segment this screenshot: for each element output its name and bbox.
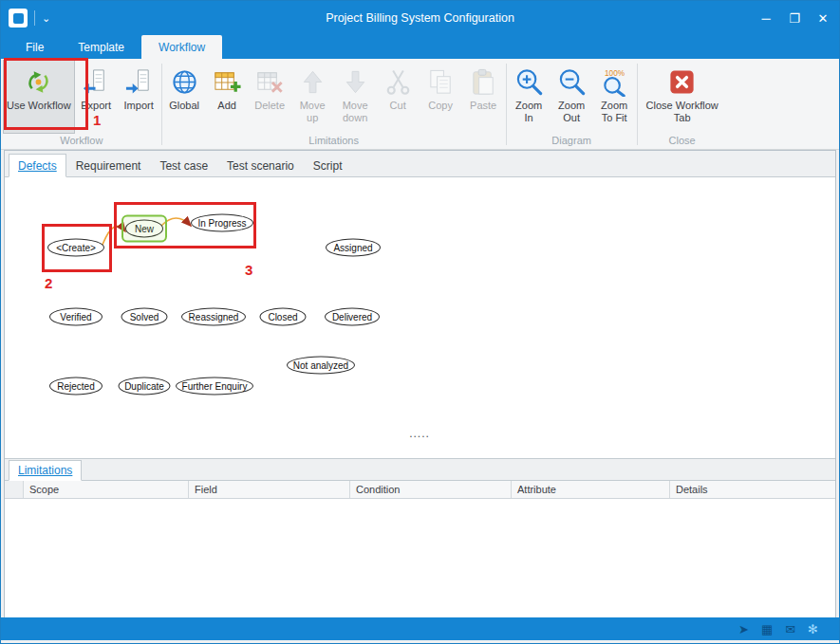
diagram-canvas[interactable]: ..... <Create>NewIn ProgressAssignedVeri… — [5, 177, 835, 458]
ribbon-group-close: Close Workflow TabClose — [639, 60, 726, 149]
grid-icon[interactable]: ▦ — [761, 623, 773, 635]
ribbon-button-cut: Cut — [377, 60, 420, 134]
ribbon-button-export[interactable]: Export — [75, 60, 118, 134]
ribbon-button-use-workflow[interactable]: Use Workflow — [3, 60, 75, 134]
workflow-node-in-progress[interactable]: In Progress — [191, 214, 253, 232]
limitations-tab-row: Limitations — [5, 458, 835, 481]
main-region: DefectsRequirementTest caseTest scenario… — [4, 150, 836, 618]
column-header-scope[interactable]: Scope — [24, 481, 189, 498]
ribbon-group-label: Close — [639, 134, 726, 149]
column-header-condition[interactable]: Condition — [350, 481, 512, 498]
window-controls: ─ ❐ ✕ — [752, 1, 837, 35]
ribbon-button-delete: Delete — [249, 60, 291, 134]
title-bar: ⌄ Project Billing System Configuration ─… — [1, 1, 839, 35]
ribbon-button-paste: Paste — [462, 60, 505, 134]
ribbon-separator — [637, 64, 638, 145]
entity-tabs: DefectsRequirementTest caseTest scenario… — [5, 151, 835, 177]
workflow-node-closed[interactable]: Closed — [260, 308, 307, 326]
close-button[interactable]: ✕ — [809, 4, 837, 32]
globe-icon — [170, 67, 199, 97]
tab-test-case[interactable]: Test case — [150, 154, 217, 177]
ribbon-separator — [506, 64, 507, 145]
diagram-ellipsis: ..... — [409, 427, 430, 440]
ribbon-button-label: Delete — [254, 100, 285, 112]
menu-tabs: FileTemplateWorkflow — [1, 35, 839, 59]
ribbon-button-import[interactable]: Import — [118, 60, 160, 134]
ribbon-button-label: Import — [124, 100, 154, 112]
ribbon-button-add[interactable]: Add — [206, 60, 249, 134]
ribbon-button-label: Move down — [338, 100, 373, 124]
paste-icon — [469, 67, 498, 97]
ribbon-separator — [161, 64, 162, 145]
workflow-node-solved[interactable]: Solved — [121, 308, 168, 326]
workflow-node-verified[interactable]: Verified — [49, 308, 103, 326]
menu-tab-workflow[interactable]: Workflow — [141, 35, 222, 59]
ribbon-button-label: Zoom Out — [554, 100, 589, 124]
workflow-node-create[interactable]: <Create> — [47, 239, 104, 257]
delete-icon — [255, 67, 285, 97]
workflow-node-further-enquiry[interactable]: Further Enquiry — [176, 377, 253, 396]
workflow-node-rejected[interactable]: Rejected — [49, 377, 103, 396]
ribbon-button-global[interactable]: Global — [163, 60, 206, 134]
ribbon-button-label: Close Workflow Tab — [643, 100, 722, 124]
ribbon-button-label: Copy — [428, 100, 453, 112]
close-workflow-icon — [667, 67, 697, 97]
workflow-node-assigned[interactable]: Assigned — [326, 239, 381, 257]
ribbon-button-copy: Copy — [420, 60, 462, 134]
move-up-icon — [298, 67, 327, 97]
limitations-header: ScopeFieldConditionAttributeDetails — [5, 481, 835, 499]
minimize-button[interactable]: ─ — [752, 4, 780, 32]
column-header-field[interactable]: Field — [189, 481, 350, 498]
move-down-icon — [341, 67, 370, 97]
workflow-node-delivered[interactable]: Delivered — [325, 308, 380, 326]
maximize-button[interactable]: ❐ — [780, 4, 809, 32]
workflow-node-not-analyzed[interactable]: Not analyzed — [287, 357, 355, 375]
tab-test-scenario[interactable]: Test scenario — [217, 154, 304, 177]
ribbon-button-label: Cut — [390, 100, 406, 112]
limitations-grid-body[interactable] — [5, 499, 835, 617]
zoom-to-fit-icon: 100% — [600, 67, 629, 97]
ribbon: Use WorkflowExportImportWorkflowGlobalAd… — [1, 59, 839, 150]
zoom-in-icon — [514, 67, 544, 97]
tab-script[interactable]: Script — [304, 154, 352, 177]
ribbon-button-zoom-out[interactable]: Zoom Out — [551, 60, 593, 134]
ribbon-group-label: Diagram — [508, 134, 636, 149]
workflow-node-new[interactable]: New — [125, 220, 163, 238]
ribbon-button-label: Global — [169, 100, 199, 112]
ribbon-group-diagram: Zoom InZoom Out100%Zoom To FitDiagram — [508, 60, 636, 149]
row-selector-header — [5, 481, 24, 498]
ribbon-button-zoom-in[interactable]: Zoom In — [508, 60, 551, 134]
menu-tab-template[interactable]: Template — [61, 35, 141, 59]
snowflake-icon[interactable]: ✻ — [808, 623, 818, 635]
cut-icon — [383, 67, 413, 97]
copy-icon — [426, 67, 456, 97]
workflow-node-reassigned[interactable]: Reassigned — [181, 308, 246, 326]
window-title: Project Billing System Configuration — [1, 11, 839, 25]
use-workflow-icon — [24, 67, 53, 97]
ribbon-button-label: Zoom To Fit — [597, 100, 632, 124]
ribbon-button-label: Move up — [295, 100, 330, 124]
ribbon-button-move-down: Move down — [334, 60, 377, 134]
export-icon — [82, 67, 111, 97]
menu-tab-file[interactable]: File — [9, 35, 61, 59]
ribbon-button-label: Use Workflow — [7, 100, 71, 112]
tab-requirement[interactable]: Requirement — [66, 154, 151, 177]
ribbon-group-workflow: Use WorkflowExportImportWorkflow — [3, 60, 160, 149]
import-icon — [124, 67, 154, 97]
add-icon — [213, 67, 242, 97]
ribbon-group-limitations: GlobalAddDeleteMove upMove downCutCopyPa… — [163, 60, 505, 149]
tab-limitations[interactable]: Limitations — [9, 460, 82, 481]
column-header-attribute[interactable]: Attribute — [512, 481, 670, 498]
zoom-out-icon — [557, 67, 587, 97]
ribbon-group-label: Workflow — [3, 134, 160, 149]
tab-defects[interactable]: Defects — [9, 154, 66, 177]
ribbon-button-move-up: Move up — [291, 60, 334, 134]
workflow-node-duplicate[interactable]: Duplicate — [119, 377, 171, 396]
ribbon-button-close-workflow-tab[interactable]: Close Workflow Tab — [639, 60, 726, 134]
pointer-icon[interactable]: ➤ — [738, 623, 749, 635]
ribbon-button-label: Export — [81, 100, 111, 112]
column-header-details[interactable]: Details — [670, 481, 835, 498]
ribbon-button-label: Zoom In — [512, 100, 547, 124]
mail-icon[interactable]: ✉ — [785, 623, 795, 635]
ribbon-button-zoom-to-fit[interactable]: 100%Zoom To Fit — [593, 60, 636, 134]
